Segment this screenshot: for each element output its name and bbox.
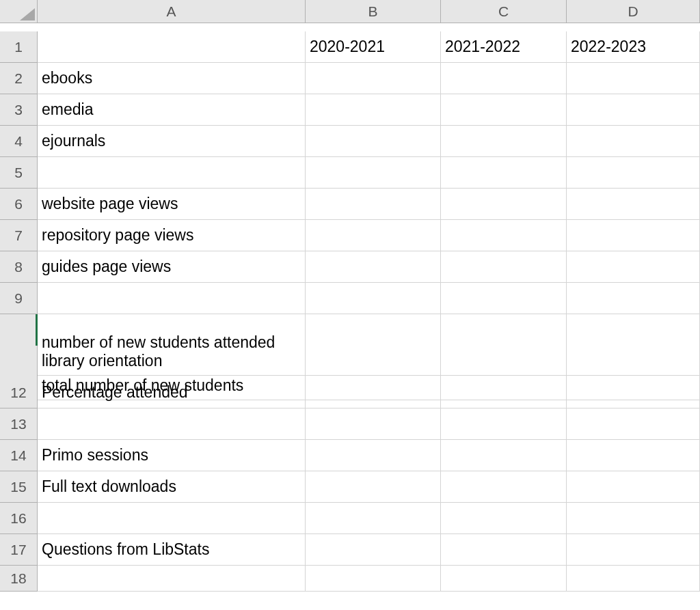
col-header-a[interactable]: A xyxy=(38,0,306,23)
cell-b8[interactable] xyxy=(306,251,441,283)
cell-d12[interactable] xyxy=(567,377,700,408)
cell-b1[interactable]: 2020-2021 xyxy=(306,31,441,63)
cell-d15[interactable] xyxy=(567,471,700,503)
cell-a15[interactable]: Full text downloads xyxy=(38,471,306,503)
cell-c14[interactable] xyxy=(441,440,567,471)
cell-b5[interactable] xyxy=(306,157,441,189)
cell-a7[interactable]: repository page views xyxy=(38,220,306,251)
cell-d13[interactable] xyxy=(567,408,700,440)
cell-a16[interactable] xyxy=(38,503,306,534)
cell-b17[interactable] xyxy=(306,534,441,566)
cell-a17[interactable]: Questions from LibStats xyxy=(38,534,306,566)
col-header-d[interactable]: D xyxy=(567,0,700,23)
cell-c5[interactable] xyxy=(441,157,567,189)
cell-c12[interactable] xyxy=(441,377,567,408)
cell-c7[interactable] xyxy=(441,220,567,251)
cell-c6[interactable] xyxy=(441,189,567,220)
cell-a9[interactable] xyxy=(38,283,306,314)
select-all-corner[interactable] xyxy=(0,0,38,23)
cell-c9[interactable] xyxy=(441,283,567,314)
cell-d8[interactable] xyxy=(567,251,700,283)
cell-a3[interactable]: emedia xyxy=(38,94,306,126)
cell-b7[interactable] xyxy=(306,220,441,251)
cell-a18[interactable] xyxy=(38,566,306,592)
spreadsheet-grid: A B C D 1 2020-2021 2021-2022 2022-2023 … xyxy=(0,0,700,597)
col-header-b[interactable]: B xyxy=(306,0,441,23)
col-header-c[interactable]: C xyxy=(441,0,567,23)
cell-d6[interactable] xyxy=(567,189,700,220)
cell-c8[interactable] xyxy=(441,251,567,283)
cell-a6[interactable]: website page views xyxy=(38,189,306,220)
row-header-4[interactable]: 4 xyxy=(0,126,38,157)
row-header-16[interactable]: 16 xyxy=(0,503,38,534)
cell-b13[interactable] xyxy=(306,408,441,440)
cell-c15[interactable] xyxy=(441,471,567,503)
cell-c17[interactable] xyxy=(441,534,567,566)
row-header-13[interactable]: 13 xyxy=(0,408,38,440)
cell-b2[interactable] xyxy=(306,63,441,94)
row-header-14[interactable]: 14 xyxy=(0,440,38,471)
cell-d7[interactable] xyxy=(567,220,700,251)
cell-c1[interactable]: 2021-2022 xyxy=(441,31,567,63)
cell-d3[interactable] xyxy=(567,94,700,126)
row-header-17[interactable]: 17 xyxy=(0,534,38,566)
row-header-18[interactable]: 18 xyxy=(0,566,38,592)
cell-d17[interactable] xyxy=(567,534,700,566)
cell-b3[interactable] xyxy=(306,94,441,126)
row-header-6[interactable]: 6 xyxy=(0,189,38,220)
row-header-15[interactable]: 15 xyxy=(0,471,38,503)
cell-a4[interactable]: ejournals xyxy=(38,126,306,157)
cell-a1[interactable] xyxy=(38,31,306,63)
cell-b9[interactable] xyxy=(306,283,441,314)
cell-b6[interactable] xyxy=(306,189,441,220)
row-header-2[interactable]: 2 xyxy=(0,63,38,94)
cell-d5[interactable] xyxy=(567,157,700,189)
cell-c13[interactable] xyxy=(441,408,567,440)
cell-d18[interactable] xyxy=(567,566,700,592)
cell-b16[interactable] xyxy=(306,503,441,534)
cell-b12[interactable] xyxy=(306,377,441,408)
cell-c3[interactable] xyxy=(441,94,567,126)
row-header-9[interactable]: 9 xyxy=(0,283,38,314)
cell-a5[interactable] xyxy=(38,157,306,189)
cell-c2[interactable] xyxy=(441,63,567,94)
cell-d16[interactable] xyxy=(567,503,700,534)
cell-c4[interactable] xyxy=(441,126,567,157)
row-header-7[interactable]: 7 xyxy=(0,220,38,251)
cell-d2[interactable] xyxy=(567,63,700,94)
row-header-5[interactable]: 5 xyxy=(0,157,38,189)
cell-c18[interactable] xyxy=(441,566,567,592)
cell-d9[interactable] xyxy=(567,283,700,314)
cell-a8[interactable]: guides page views xyxy=(38,251,306,283)
cell-a14[interactable]: Primo sessions xyxy=(38,440,306,471)
cell-c16[interactable] xyxy=(441,503,567,534)
cell-d4[interactable] xyxy=(567,126,700,157)
cell-d14[interactable] xyxy=(567,440,700,471)
cell-d1[interactable]: 2022-2023 xyxy=(567,31,700,63)
cell-b4[interactable] xyxy=(306,126,441,157)
row-header-12[interactable]: 12 xyxy=(0,377,38,408)
row-header-3[interactable]: 3 xyxy=(0,94,38,126)
cell-b18[interactable] xyxy=(306,566,441,592)
row-header-1[interactable]: 1 xyxy=(0,31,38,63)
row-header-8[interactable]: 8 xyxy=(0,251,38,283)
cell-b15[interactable] xyxy=(306,471,441,503)
cell-a12[interactable]: Percentage attended xyxy=(38,377,306,408)
cell-a2[interactable]: ebooks xyxy=(38,63,306,94)
cell-b14[interactable] xyxy=(306,440,441,471)
cell-a13[interactable] xyxy=(38,408,306,440)
